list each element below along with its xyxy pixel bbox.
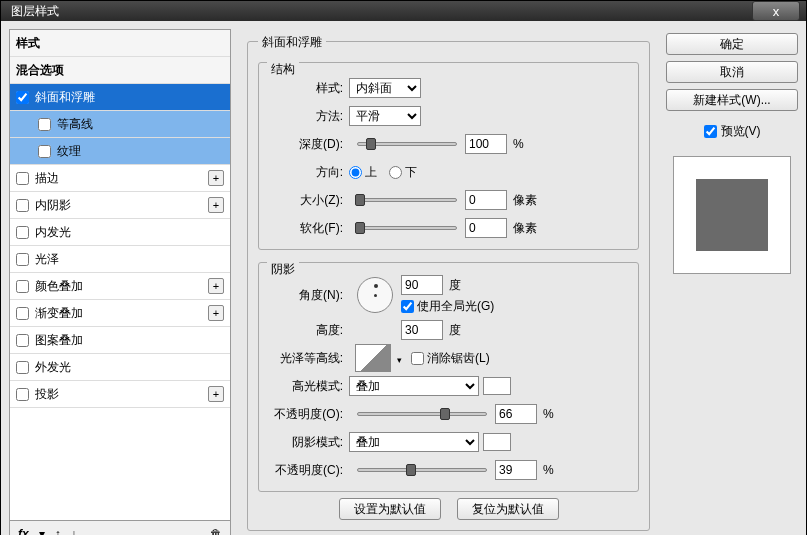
- style-item-0[interactable]: 斜面和浮雕: [10, 84, 230, 111]
- soften-unit: 像素: [513, 220, 537, 237]
- style-item-6[interactable]: 光泽: [10, 246, 230, 273]
- highlight-opacity-input[interactable]: [495, 404, 537, 424]
- style-item-label: 等高线: [57, 116, 93, 133]
- style-item-checkbox[interactable]: [16, 172, 29, 185]
- window-title: 图层样式: [11, 3, 59, 20]
- style-item-7[interactable]: 颜色叠加+: [10, 273, 230, 300]
- preview-checkbox[interactable]: 预览(V): [666, 123, 798, 140]
- styles-list: 样式 混合选项 斜面和浮雕等高线纹理描边+内阴影+内发光光泽颜色叠加+渐变叠加+…: [10, 30, 230, 520]
- style-item-checkbox[interactable]: [16, 91, 29, 104]
- highlight-opacity-slider[interactable]: [357, 412, 487, 416]
- styles-header[interactable]: 样式: [10, 30, 230, 57]
- style-item-checkbox[interactable]: [16, 280, 29, 293]
- soften-input[interactable]: [465, 218, 507, 238]
- shadow-opacity-label: 不透明度(C):: [265, 462, 349, 479]
- shadow-opacity-input[interactable]: [495, 460, 537, 480]
- preview-swatch: [696, 179, 768, 251]
- direction-label: 方向:: [265, 164, 349, 181]
- style-item-checkbox[interactable]: [16, 388, 29, 401]
- shadow-opacity-unit: %: [543, 463, 554, 477]
- style-item-checkbox[interactable]: [16, 199, 29, 212]
- highlight-color-swatch[interactable]: [483, 377, 511, 395]
- style-item-checkbox[interactable]: [16, 334, 29, 347]
- styles-footer: fx▾ ↑ ↓ 🗑: [10, 520, 230, 535]
- styles-panel: 样式 混合选项 斜面和浮雕等高线纹理描边+内阴影+内发光光泽颜色叠加+渐变叠加+…: [9, 29, 231, 535]
- direction-down-radio[interactable]: 下: [389, 164, 417, 181]
- style-item-checkbox[interactable]: [16, 307, 29, 320]
- size-slider[interactable]: [357, 198, 457, 202]
- bevel-group: 斜面和浮雕 结构 样式: 内斜面 方法: 平滑 深度(D):: [247, 41, 650, 531]
- add-effect-icon[interactable]: +: [208, 386, 224, 402]
- size-label: 大小(Z):: [265, 192, 349, 209]
- style-item-5[interactable]: 内发光: [10, 219, 230, 246]
- style-item-3[interactable]: 描边+: [10, 165, 230, 192]
- style-item-checkbox[interactable]: [38, 145, 51, 158]
- soften-label: 软化(F):: [265, 220, 349, 237]
- style-item-checkbox[interactable]: [16, 226, 29, 239]
- style-item-1[interactable]: 等高线: [10, 111, 230, 138]
- altitude-unit: 度: [449, 322, 461, 339]
- style-item-8[interactable]: 渐变叠加+: [10, 300, 230, 327]
- style-item-2[interactable]: 纹理: [10, 138, 230, 165]
- style-item-11[interactable]: 投影+: [10, 381, 230, 408]
- size-unit: 像素: [513, 192, 537, 209]
- options-panel: 斜面和浮雕 结构 样式: 内斜面 方法: 平滑 深度(D):: [239, 29, 658, 535]
- style-item-label: 斜面和浮雕: [35, 89, 95, 106]
- fx-label[interactable]: fx: [18, 527, 29, 536]
- depth-slider[interactable]: [357, 142, 457, 146]
- style-item-4[interactable]: 内阴影+: [10, 192, 230, 219]
- dialog-body: 样式 混合选项 斜面和浮雕等高线纹理描边+内阴影+内发光光泽颜色叠加+渐变叠加+…: [1, 21, 806, 535]
- style-item-label: 渐变叠加: [35, 305, 83, 322]
- shading-group: 阴影 角度(N): 度 使用全局光(G) 高度:: [258, 262, 639, 492]
- blending-options-header[interactable]: 混合选项: [10, 57, 230, 84]
- style-select[interactable]: 内斜面: [349, 78, 421, 98]
- reset-default-button[interactable]: 复位为默认值: [457, 498, 559, 520]
- altitude-input[interactable]: [401, 320, 443, 340]
- angle-dial[interactable]: [357, 277, 393, 313]
- fx-caret-icon[interactable]: ▾: [39, 527, 45, 536]
- angle-input[interactable]: [401, 275, 443, 295]
- style-item-checkbox[interactable]: [16, 361, 29, 374]
- style-item-10[interactable]: 外发光: [10, 354, 230, 381]
- ok-button[interactable]: 确定: [666, 33, 798, 55]
- cancel-button[interactable]: 取消: [666, 61, 798, 83]
- angle-label: 角度(N):: [265, 287, 349, 304]
- add-effect-icon[interactable]: +: [208, 197, 224, 213]
- shadow-mode-select[interactable]: 叠加: [349, 432, 479, 452]
- method-label: 方法:: [265, 108, 349, 125]
- add-effect-icon[interactable]: +: [208, 305, 224, 321]
- size-input[interactable]: [465, 190, 507, 210]
- new-style-button[interactable]: 新建样式(W)...: [666, 89, 798, 111]
- shadow-mode-label: 阴影模式:: [265, 434, 349, 451]
- style-item-label: 纹理: [57, 143, 81, 160]
- direction-up-radio[interactable]: 上: [349, 164, 377, 181]
- style-item-checkbox[interactable]: [16, 253, 29, 266]
- soften-slider[interactable]: [357, 226, 457, 230]
- anti-alias-checkbox[interactable]: 消除锯齿(L): [411, 350, 490, 367]
- panel-title: 斜面和浮雕: [258, 34, 326, 51]
- shadow-opacity-slider[interactable]: [357, 468, 487, 472]
- trash-icon[interactable]: 🗑: [210, 527, 222, 536]
- style-item-checkbox[interactable]: [38, 118, 51, 131]
- add-effect-icon[interactable]: +: [208, 278, 224, 294]
- make-default-button[interactable]: 设置为默认值: [339, 498, 441, 520]
- depth-input[interactable]: [465, 134, 507, 154]
- close-button[interactable]: x: [752, 1, 800, 21]
- gloss-contour-label: 光泽等高线:: [265, 350, 349, 367]
- style-item-label: 光泽: [35, 251, 59, 268]
- global-light-checkbox[interactable]: 使用全局光(G): [401, 298, 494, 315]
- chevron-down-icon[interactable]: ▾: [397, 355, 402, 365]
- move-down-icon[interactable]: ↓: [71, 527, 77, 536]
- highlight-mode-select[interactable]: 叠加: [349, 376, 479, 396]
- gloss-contour-picker[interactable]: ▾: [355, 344, 391, 372]
- shadow-color-swatch[interactable]: [483, 433, 511, 451]
- structure-title: 结构: [267, 61, 299, 78]
- method-select[interactable]: 平滑: [349, 106, 421, 126]
- preview-box: [673, 156, 791, 274]
- action-panel: 确定 取消 新建样式(W)... 预览(V): [666, 29, 798, 535]
- style-item-9[interactable]: 图案叠加: [10, 327, 230, 354]
- move-up-icon[interactable]: ↑: [55, 527, 61, 536]
- highlight-opacity-unit: %: [543, 407, 554, 421]
- add-effect-icon[interactable]: +: [208, 170, 224, 186]
- style-item-label: 投影: [35, 386, 59, 403]
